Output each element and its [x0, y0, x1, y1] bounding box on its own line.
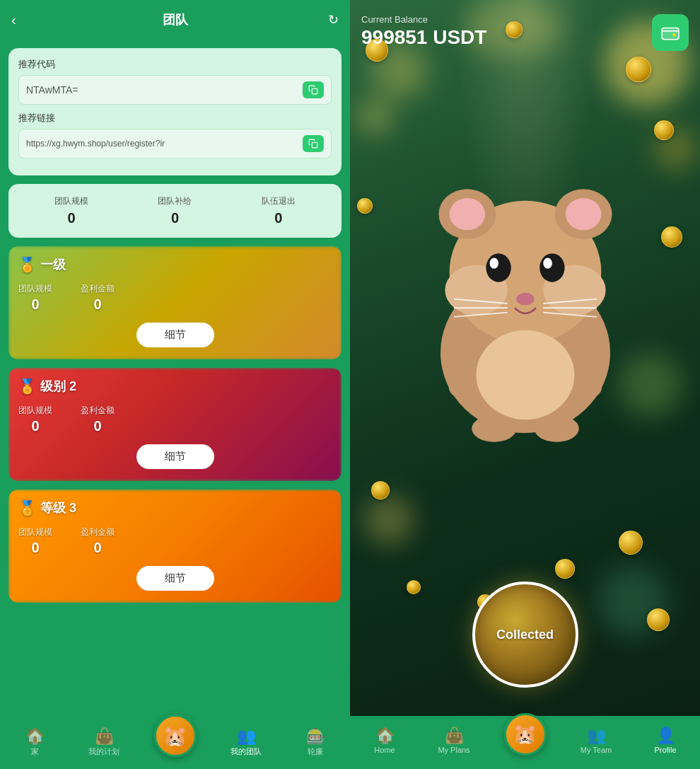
right-home-icon: 🏠 [375, 728, 395, 744]
level-2-stats: 团队规模 0 盈利金额 0 [18, 405, 332, 434]
right-nav-plans[interactable]: 👜 My Plans [435, 728, 474, 754]
level-3-profit-value: 0 [81, 540, 115, 556]
back-button[interactable]: ‹ [11, 12, 16, 28]
svg-rect-2 [662, 28, 679, 40]
referral-code-input[interactable] [26, 84, 303, 96]
stat-team-exit-label: 队伍退出 [262, 195, 296, 207]
referral-card: 推荐代码 推荐链接 [8, 48, 342, 175]
stat-team-size-value: 0 [54, 210, 88, 226]
level-2-profit-label: 盈利金额 [81, 405, 115, 417]
level-1-overlay: 🏅 一级 团队规模 0 盈利金额 0 细节 [8, 246, 342, 357]
left-nav-rotate-label: 轮廉 [308, 746, 323, 757]
level-2-overlay: 🏅 级别 2 团队规模 0 盈利金额 0 细节 [8, 368, 342, 479]
level-3-overlay: 🏅 等级 3 团队规模 0 盈利金额 0 细节 [8, 490, 342, 601]
svg-rect-0 [312, 88, 317, 94]
balance-header: Current Balance 999851 USDT [361, 14, 689, 49]
svg-point-26 [472, 415, 516, 442]
left-nav-plans[interactable]: 👜 我的计划 [85, 729, 124, 757]
level-1-icon: 🏅 [18, 256, 36, 273]
referral-code-row [18, 75, 332, 105]
level-3-detail-button[interactable]: 细节 [136, 566, 214, 591]
right-nav-center-button[interactable]: 🐹 [504, 713, 547, 756]
balance-amount: 999851 USDT [361, 26, 689, 49]
level-3-card: 🏅 等级 3 团队规模 0 盈利金额 0 细节 [8, 490, 342, 603]
svg-point-9 [449, 198, 485, 230]
team-icon: 👥 [237, 729, 256, 744]
right-nav-plans-label: My Plans [438, 746, 469, 754]
svg-rect-1 [312, 142, 317, 148]
copy-code-button[interactable] [303, 81, 324, 98]
right-profile-icon: 👤 [656, 728, 675, 744]
collected-text: Collected [496, 628, 554, 642]
right-panel: Current Balance 999851 USDT [350, 0, 700, 769]
level-1-detail-button[interactable]: 细节 [136, 323, 214, 347]
right-plans-icon: 👜 [445, 728, 464, 744]
left-nav-home-label: 家 [31, 746, 39, 757]
level-1-profit-value: 0 [81, 296, 115, 313]
right-nav-team[interactable]: 👥 My Team [577, 728, 616, 754]
referral-link-label: 推荐链接 [18, 112, 332, 125]
level-2-profit: 盈利金额 0 [81, 405, 115, 434]
left-nav-team[interactable]: 👥 我的团队 [227, 729, 266, 757]
level-2-team-value: 0 [18, 418, 52, 434]
left-nav-rotate[interactable]: 🎰 轮廉 [296, 729, 335, 757]
level-1-profit-label: 盈利金额 [81, 283, 115, 295]
stat-team-size-label: 团队规模 [54, 195, 88, 207]
svg-point-25 [476, 330, 574, 420]
level-2-title: 🏅 级别 2 [18, 378, 332, 395]
level-1-stats: 团队规模 0 盈利金额 0 [18, 283, 332, 313]
level-2-card: 🏅 级别 2 团队规模 0 盈利金额 0 细节 [8, 368, 342, 481]
referral-link-row [18, 129, 332, 158]
right-nav-home[interactable]: 🏠 Home [366, 728, 404, 754]
svg-point-11 [565, 198, 601, 230]
svg-point-15 [543, 258, 552, 269]
left-nav-plans-label: 我的计划 [88, 746, 119, 757]
level-1-team-label: 团队规模 [18, 283, 52, 295]
left-nav-center-button[interactable]: 🐹 [154, 715, 197, 757]
level-3-profit-label: 盈利金额 [81, 526, 115, 538]
referral-code-label: 推荐代码 [18, 58, 332, 71]
copy-link-button[interactable] [303, 135, 324, 152]
level-3-profit: 盈利金额 0 [81, 526, 115, 556]
left-nav-home[interactable]: 🏠 家 [16, 729, 54, 757]
level-2-detail-button[interactable]: 细节 [136, 444, 214, 469]
stats-card: 团队规模 0 团队补给 0 队伍退出 0 [8, 184, 342, 238]
hamster-scene: Collected [350, 78, 700, 716]
level-1-team-value: 0 [18, 296, 52, 313]
level-2-team-label: 团队规模 [18, 405, 52, 417]
home-icon: 🏠 [25, 729, 45, 744]
stat-team-bonus-value: 0 [158, 210, 192, 226]
level-2-icon: 🏅 [18, 378, 36, 395]
stat-team-bonus-label: 团队补给 [158, 195, 192, 207]
wallet-icon [652, 14, 689, 51]
level-3-team-label: 团队规模 [18, 526, 52, 538]
left-nav-team-label: 我的团队 [231, 746, 262, 757]
left-content: 推荐代码 推荐链接 [0, 40, 350, 719]
plans-icon: 👜 [95, 729, 114, 744]
level-2-profit-value: 0 [81, 418, 115, 434]
stat-team-exit-value: 0 [262, 210, 296, 226]
level-3-title: 🏅 等级 3 [18, 499, 332, 516]
referral-link-input[interactable] [26, 139, 303, 149]
right-nav-team-label: My Team [581, 746, 612, 754]
stat-team-exit: 队伍退出 0 [262, 195, 296, 226]
right-nav-home-label: Home [374, 746, 395, 754]
collected-button[interactable]: Collected [472, 582, 578, 688]
right-nav-profile[interactable]: 👤 Profile [646, 728, 685, 754]
level-1-profit: 盈利金额 0 [81, 283, 115, 313]
balance-label: Current Balance [361, 14, 689, 25]
left-header: ‹ 团队 ↻ [0, 0, 350, 40]
left-panel: ‹ 团队 ↻ 推荐代码 推荐链接 [0, 0, 350, 769]
refresh-button[interactable]: ↻ [328, 12, 339, 28]
level-3-team-value: 0 [18, 540, 52, 556]
svg-point-16 [516, 293, 534, 306]
level-2-team-size: 团队规模 0 [18, 405, 52, 434]
svg-point-12 [486, 253, 511, 282]
right-bottom-nav: 🏠 Home 👜 My Plans 🐹 👥 My Team 👤 Profile [350, 716, 700, 769]
page-title: 团队 [163, 11, 188, 28]
stat-team-size: 团队规模 0 [54, 195, 88, 226]
hamster-svg [391, 120, 660, 460]
level-1-team-size: 团队规模 0 [18, 283, 52, 313]
stat-team-bonus: 团队补给 0 [158, 195, 192, 226]
left-bottom-nav: 🏠 家 👜 我的计划 🐹 👥 我的团队 🎰 轮廉 [0, 719, 350, 769]
